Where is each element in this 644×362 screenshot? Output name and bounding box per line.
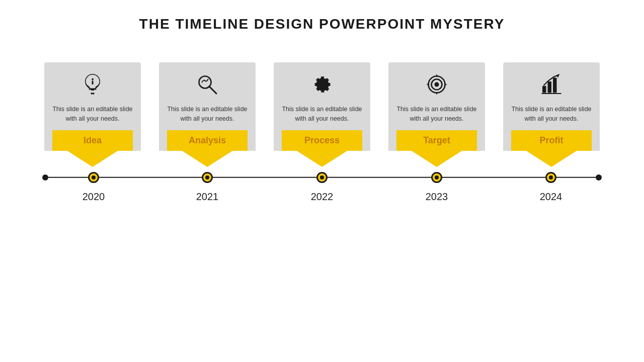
card-label-idea: Idea (52, 130, 133, 151)
card-profit: This slide is an editable slide with all… (503, 62, 600, 167)
year-2021: 2021 (196, 191, 219, 203)
target-icon (425, 72, 449, 100)
card-text-profit: This slide is an editable slide with all… (511, 105, 592, 124)
svg-rect-10 (542, 86, 546, 93)
year-2022: 2022 (311, 191, 334, 203)
card-pointer-process (297, 151, 347, 167)
timeline-dot-2021 (202, 172, 213, 183)
dot-inner-2022 (320, 175, 324, 179)
years-row: 2020 2021 2022 2023 2024 (45, 191, 599, 206)
dot-inner-2023 (435, 175, 439, 179)
card-idea: This slide is an editable slide with all… (44, 62, 141, 167)
gear-icon (310, 72, 334, 100)
card-label-analysis: Analysis (167, 130, 248, 151)
timeline-dot-2020 (88, 172, 99, 183)
timeline-end-right (596, 174, 602, 180)
card-label-profit: Profit (511, 130, 592, 151)
timeline-row (45, 170, 599, 185)
card-box-process: This slide is an editable slide with all… (274, 62, 370, 151)
year-2020: 2020 (83, 191, 105, 203)
svg-rect-12 (553, 78, 557, 93)
page-title: THE TIMELINE DESIGN POWERPOINT MYSTERY (139, 16, 505, 32)
card-process: This slide is an editable slide with all… (274, 62, 370, 167)
svg-point-5 (435, 82, 439, 87)
card-label-target: Target (396, 130, 477, 151)
card-text-target: This slide is an editable slide with all… (396, 105, 477, 124)
card-text-idea: This slide is an editable slide with all… (52, 105, 133, 124)
year-2023: 2023 (426, 191, 448, 203)
card-box-target: This slide is an editable slide with all… (388, 62, 485, 151)
timeline-end-left (42, 174, 48, 180)
svg-line-2 (209, 86, 216, 94)
cards-row: This slide is an editable slide with all… (45, 62, 599, 167)
dot-inner-2020 (92, 175, 96, 179)
card-box-analysis: This slide is an editable slide with all… (159, 62, 256, 151)
card-pointer-profit (526, 151, 577, 167)
card-label-process: Process (282, 130, 362, 151)
timeline-dot-2024 (545, 172, 556, 183)
timeline-section: This slide is an editable slide with all… (0, 62, 644, 206)
card-analysis: This slide is an editable slide with all… (159, 62, 256, 167)
chart-icon (539, 72, 564, 100)
card-box-idea: This slide is an editable slide with all… (44, 62, 141, 151)
svg-rect-11 (548, 81, 552, 93)
dot-inner-2021 (205, 175, 209, 179)
card-pointer-analysis (182, 151, 232, 167)
card-text-process: This slide is an editable slide with all… (282, 105, 362, 124)
dot-inner-2024 (549, 175, 553, 179)
card-pointer-idea (67, 151, 118, 167)
svg-point-0 (92, 78, 94, 80)
card-target: This slide is an editable slide with all… (388, 62, 485, 167)
card-pointer-target (412, 151, 462, 167)
year-2024: 2024 (540, 191, 562, 203)
timeline-dot-2023 (431, 172, 442, 183)
card-box-profit: This slide is an editable slide with all… (503, 62, 600, 151)
timeline-dot-2022 (316, 172, 328, 183)
bulb-icon (80, 72, 105, 100)
analysis-icon (195, 72, 219, 100)
card-text-analysis: This slide is an editable slide with all… (167, 105, 248, 124)
